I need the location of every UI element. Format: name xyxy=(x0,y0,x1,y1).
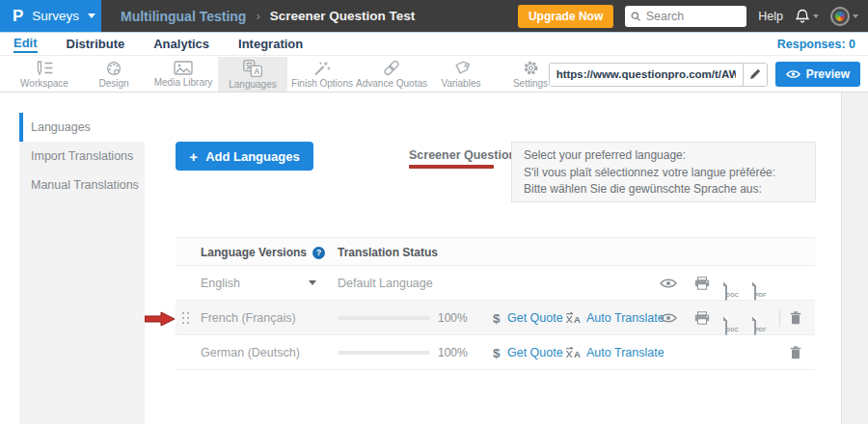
tag-icon xyxy=(453,60,470,76)
sidebar-item-manual-translations[interactable]: Manual Translations xyxy=(19,171,145,199)
export-pdf-icon[interactable]: PDF xyxy=(754,282,756,301)
column-translation-status: Translation Status xyxy=(338,246,438,259)
survey-url-input[interactable] xyxy=(550,64,743,86)
screener-text-english: Select your preferred language: xyxy=(524,147,803,165)
responses-count[interactable]: Responses: 0 xyxy=(777,38,868,51)
chevron-down-icon xyxy=(813,14,819,18)
language-name: French (Français) xyxy=(201,311,296,325)
translation-progress-bar xyxy=(338,351,430,355)
auto-translate-icon: A xyxy=(565,346,581,358)
sidebar-item-languages[interactable]: Languages xyxy=(19,113,145,142)
tab-advance-quotas[interactable]: Advance Quotas xyxy=(357,57,426,92)
help-link[interactable]: Help xyxy=(758,10,783,23)
screener-text-german: Bitte wählen Sie die gewünschte Sprache … xyxy=(524,181,803,199)
eye-icon xyxy=(786,69,800,79)
search-input[interactable] xyxy=(646,10,742,23)
product-switcher[interactable]: P Surveys xyxy=(0,0,101,32)
chevron-down-icon xyxy=(88,13,95,18)
annotation-red-underline xyxy=(409,165,494,169)
export-doc-icon[interactable]: DOC xyxy=(725,282,727,301)
tab-finish-options[interactable]: Finish Options xyxy=(287,57,357,92)
language-versions-table: Language Versions ? Translation Status E… xyxy=(176,237,815,370)
tab-languages[interactable]: A Languages xyxy=(218,57,287,92)
drag-handle-icon[interactable] xyxy=(182,312,189,324)
workspace-icon xyxy=(35,61,54,76)
annotation-red-arrow xyxy=(145,311,176,327)
table-row-french: French (Français) 100% $ Get Quote A Aut… xyxy=(176,301,815,335)
language-name: German (Deutsch) xyxy=(201,346,300,359)
get-quote-link[interactable]: Get Quote xyxy=(507,311,563,325)
notifications-button[interactable] xyxy=(795,9,819,24)
print-icon[interactable] xyxy=(694,311,710,325)
tab-design[interactable]: Design xyxy=(79,57,149,92)
header-actions: Upgrade Now Help xyxy=(518,5,868,28)
product-name: Surveys xyxy=(32,9,79,23)
dollar-icon: $ xyxy=(493,345,501,359)
chevron-down-icon xyxy=(309,280,316,285)
survey-nav: Edit Distribute Analytics Integration Re… xyxy=(0,32,868,56)
survey-url-group xyxy=(549,63,768,87)
breadcrumb-survey-name: Screener Question Test xyxy=(270,9,416,23)
dollar-icon: $ xyxy=(493,310,501,325)
top-header: P Surveys Multilingual Testing › Screene… xyxy=(0,0,868,32)
questionpro-logo-icon: P xyxy=(13,8,23,24)
table-header: Language Versions ? Translation Status xyxy=(176,237,815,266)
divider xyxy=(779,309,780,327)
help-icon[interactable]: ? xyxy=(312,247,325,259)
print-icon[interactable] xyxy=(694,277,710,290)
auto-translate-link[interactable]: Auto Translate xyxy=(586,311,665,325)
preview-language-icon[interactable] xyxy=(660,278,677,289)
upgrade-now-button[interactable]: Upgrade Now xyxy=(518,5,613,28)
svg-text:A: A xyxy=(254,66,259,76)
search-icon xyxy=(631,11,640,22)
survey-link-area: Preview xyxy=(549,62,860,87)
nav-tab-integration[interactable]: Integration xyxy=(238,37,303,51)
table-row-german: German (Deutsch) 100% $ Get Quote A Auto… xyxy=(176,335,815,370)
tab-media-library[interactable]: Media Library xyxy=(149,57,218,92)
default-language-select[interactable]: English xyxy=(201,277,316,290)
delete-language-icon[interactable] xyxy=(790,346,801,359)
image-icon xyxy=(174,61,193,75)
chevron-down-icon xyxy=(853,14,858,18)
auto-translate-link[interactable]: Auto Translate xyxy=(586,346,665,359)
screener-text-french: S'il vous plaît sélectionnez votre langu… xyxy=(524,165,803,182)
screener-question-preview: Select your preferred language: S'il vou… xyxy=(511,142,816,202)
tab-workspace[interactable]: Workspace xyxy=(10,57,79,92)
delete-language-icon[interactable] xyxy=(790,311,801,325)
column-language-versions: Language Versions xyxy=(201,246,307,259)
avatar xyxy=(830,7,850,26)
translate-icon: A xyxy=(243,60,262,77)
nav-tab-distribute[interactable]: Distribute xyxy=(67,37,125,51)
gear-icon xyxy=(523,60,539,76)
breadcrumb-survey-folder[interactable]: Multilingual Testing xyxy=(121,9,246,24)
translation-progress-percent: 100% xyxy=(438,346,468,359)
global-search xyxy=(625,6,746,27)
account-menu-button[interactable] xyxy=(830,7,858,26)
pencil-icon xyxy=(749,68,761,80)
breadcrumb: Multilingual Testing › Screener Question… xyxy=(121,9,415,24)
page-right-gutter xyxy=(841,93,868,424)
table-row-english: English Default Language DOC PDF xyxy=(176,266,815,301)
auto-translate-icon: A xyxy=(565,311,581,324)
languages-sidebar: Languages Import Translations Manual Tra… xyxy=(19,113,145,424)
languages-page: Languages Import Translations Manual Tra… xyxy=(0,93,868,424)
translation-progress-percent: 100% xyxy=(438,311,468,325)
export-pdf-icon[interactable]: PDF xyxy=(754,317,756,335)
nav-tab-analytics[interactable]: Analytics xyxy=(153,37,209,51)
get-quote-link[interactable]: Get Quote xyxy=(507,346,563,359)
svg-text:A: A xyxy=(574,314,581,325)
preview-button[interactable]: Preview xyxy=(775,62,860,87)
questionpro-app: P Surveys Multilingual Testing › Screene… xyxy=(0,0,868,424)
preview-language-icon[interactable] xyxy=(660,312,677,324)
tab-variables[interactable]: Variables xyxy=(426,57,496,92)
edit-toolbar: Workspace Design Media Library A Languag… xyxy=(0,57,868,93)
export-doc-icon[interactable]: DOC xyxy=(725,317,727,335)
bell-icon xyxy=(795,9,810,24)
plus-icon: + xyxy=(189,149,198,164)
magic-wand-icon xyxy=(313,61,331,76)
edit-url-button[interactable] xyxy=(743,64,767,86)
nav-tab-edit[interactable]: Edit xyxy=(14,36,38,53)
add-languages-button[interactable]: + Add Languages xyxy=(176,142,313,171)
screener-question-label: Screener Question : xyxy=(409,148,524,162)
sidebar-item-import-translations[interactable]: Import Translations xyxy=(19,142,145,171)
